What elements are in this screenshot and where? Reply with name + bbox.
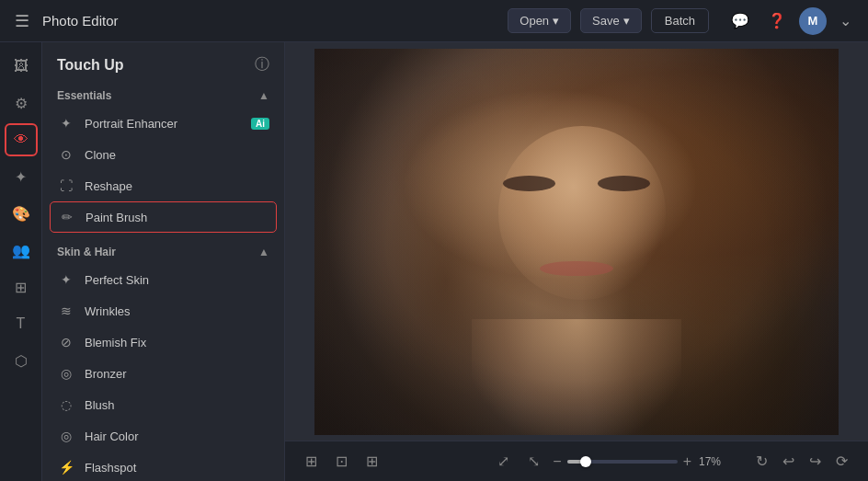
side-panel: Touch Up ⓘ Essentials ▲ ✦ Portrait Enhan…	[42, 42, 285, 481]
history-icon[interactable]: ⟳	[830, 449, 853, 474]
menu-item-flashspot[interactable]: ⚡ Flashspot	[42, 452, 284, 481]
zoom-percent: 17%	[699, 455, 728, 468]
hair-color-label: Hair Color	[85, 429, 139, 443]
rotate-cw-icon[interactable]: ↻	[750, 449, 773, 474]
section-essentials-label: Essentials	[57, 89, 111, 102]
layers-icon[interactable]: ⊞	[300, 449, 323, 474]
portrait-enhancer-icon: ✦	[57, 114, 75, 132]
undo-icon[interactable]: ↩	[777, 449, 800, 474]
save-label: Save	[592, 14, 620, 28]
essentials-chevron-icon: ▲	[258, 89, 269, 102]
wrinkles-icon: ≋	[57, 302, 75, 320]
menu-item-perfect-skin[interactable]: ✦ Perfect Skin	[42, 264, 284, 295]
reshape-icon: ⛶	[57, 177, 75, 195]
clone-icon: ⊙	[57, 145, 75, 164]
open-chevron-icon: ▾	[553, 14, 559, 28]
portrait-image	[314, 49, 839, 435]
icon-bar: 🖼 ⚙ 👁 ✦ 🎨 👥 ⊞ T ⬡	[0, 42, 42, 481]
menu-item-wrinkles[interactable]: ≋ Wrinkles	[42, 295, 284, 326]
menu-item-blemish-fix[interactable]: ⊘ Blemish Fix	[42, 326, 284, 358]
icon-bar-adjust[interactable]: ⚙	[5, 86, 38, 120]
icon-bar-people[interactable]: 👥	[5, 234, 38, 267]
canvas-area: ⊞ ⊡ ⊞ ⤢ ⤡ − + 17% ↻ ↩ ↪ ⟳	[285, 42, 868, 481]
hamburger-icon[interactable]: ☰	[11, 7, 33, 35]
zoom-out-icon[interactable]: −	[553, 453, 561, 470]
blemish-fix-label: Blemish Fix	[85, 336, 146, 349]
paint-brush-label: Paint Brush	[86, 211, 147, 224]
flashspot-icon: ⚡	[57, 458, 75, 476]
zoom-in-icon[interactable]: +	[683, 453, 691, 470]
info-icon[interactable]: ⓘ	[255, 55, 269, 74]
icon-bar-text[interactable]: T	[5, 307, 38, 340]
fit-icon[interactable]: ⤢	[492, 449, 515, 474]
section-essentials[interactable]: Essentials ▲	[42, 84, 284, 108]
ai-badge: Ai	[251, 118, 269, 130]
section-skin-hair-label: Skin & Hair	[57, 246, 116, 258]
menu-item-clone[interactable]: ⊙ Clone	[42, 139, 284, 170]
bottom-right-icons: ↻ ↩ ↪ ⟳	[750, 449, 853, 474]
wrinkles-label: Wrinkles	[85, 304, 131, 318]
flashspot-label: Flashspot	[85, 461, 136, 475]
canvas-content	[285, 42, 868, 441]
batch-label: Batch	[665, 14, 695, 28]
actual-size-icon[interactable]: ⤡	[522, 449, 545, 474]
blemish-fix-icon: ⊘	[57, 333, 75, 351]
zoom-slider[interactable]	[567, 460, 678, 464]
perfect-skin-icon: ✦	[57, 270, 75, 289]
section-skin-hair[interactable]: Skin & Hair ▲	[42, 240, 284, 264]
icon-bar-export[interactable]: ⬡	[5, 344, 38, 377]
main: 🖼 ⚙ 👁 ✦ 🎨 👥 ⊞ T ⬡ Touch Up ⓘ Essentials …	[0, 42, 868, 481]
menu-item-reshape[interactable]: ⛶ Reshape	[42, 170, 284, 201]
icon-bar-effects[interactable]: ✦	[5, 160, 38, 193]
bottom-bar: ⊞ ⊡ ⊞ ⤢ ⤡ − + 17% ↻ ↩ ↪ ⟳	[285, 441, 868, 481]
topbar: ☰ Photo Editor Open ▾ Save ▾ Batch 💬 ❓ M…	[0, 0, 868, 42]
icon-bar-layers[interactable]: ⊞	[5, 270, 38, 303]
topbar-icons: 💬 ❓ M ⌄	[725, 7, 857, 35]
avatar[interactable]: M	[799, 7, 827, 35]
app-title: Photo Editor	[42, 13, 119, 29]
open-button[interactable]: Open ▾	[508, 8, 571, 33]
open-label: Open	[520, 14, 549, 28]
help-icon[interactable]: ❓	[762, 8, 792, 33]
icon-bar-filter[interactable]: 🎨	[5, 197, 38, 230]
grid-icon[interactable]: ⊡	[330, 449, 353, 474]
photo-container	[314, 49, 839, 435]
menu-item-hair-color[interactable]: ◎ Hair Color	[42, 420, 284, 452]
clone-label: Clone	[85, 148, 116, 162]
menu-item-portrait-enhancer[interactable]: ✦ Portrait Enhancer Ai	[42, 108, 284, 139]
menu-item-blush[interactable]: ◌ Blush	[42, 389, 284, 420]
portrait-enhancer-label: Portrait Enhancer	[85, 117, 177, 131]
icon-bar-image[interactable]: 🖼	[5, 50, 38, 83]
perfect-skin-label: Perfect Skin	[85, 273, 149, 287]
menu-item-bronzer[interactable]: ◎ Bronzer	[42, 358, 284, 389]
save-chevron-icon: ▾	[623, 14, 630, 28]
save-button[interactable]: Save ▾	[580, 8, 642, 33]
skin-hair-chevron-icon: ▲	[258, 246, 269, 258]
hair-color-icon: ◎	[57, 427, 75, 445]
redo-icon[interactable]: ↪	[804, 449, 827, 474]
side-panel-title: Touch Up	[57, 57, 124, 74]
bronzer-label: Bronzer	[85, 367, 127, 381]
grid2-icon[interactable]: ⊞	[360, 449, 383, 474]
avatar-letter: M	[808, 14, 818, 28]
blush-icon: ◌	[57, 395, 75, 414]
bronzer-icon: ◎	[57, 364, 75, 383]
blush-label: Blush	[85, 398, 115, 412]
side-panel-header: Touch Up ⓘ	[42, 42, 284, 84]
reshape-label: Reshape	[85, 179, 132, 193]
paint-brush-icon: ✏	[58, 208, 76, 226]
zoom-control: − +	[553, 453, 691, 470]
expand-icon[interactable]: ⌄	[834, 8, 857, 33]
icon-bar-touchup[interactable]: 👁	[5, 123, 38, 156]
comment-icon[interactable]: 💬	[725, 8, 755, 33]
menu-item-paint-brush[interactable]: ✏ Paint Brush	[50, 201, 277, 233]
side-panel-scroll[interactable]: Essentials ▲ ✦ Portrait Enhancer Ai ⊙ Cl…	[42, 84, 284, 481]
batch-button[interactable]: Batch	[651, 8, 709, 33]
zoom-slider-thumb	[580, 456, 591, 467]
